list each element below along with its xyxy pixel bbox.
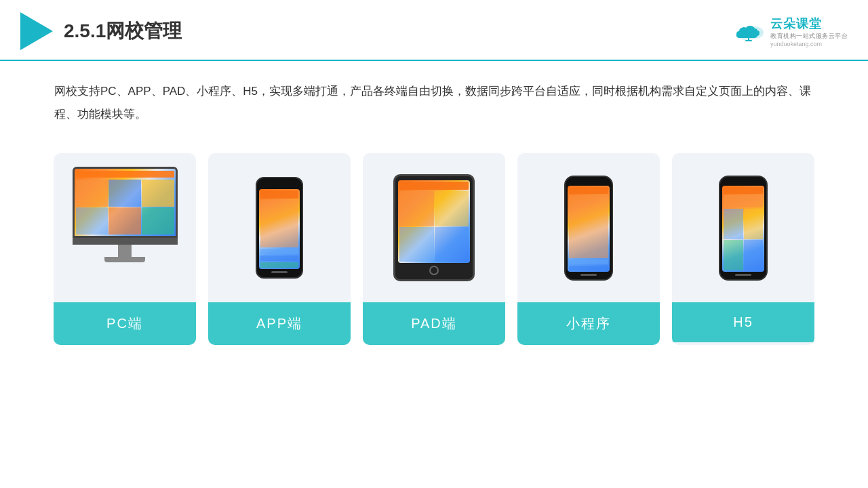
card-h5[interactable]: H5 [672,153,814,345]
cloud-icon [734,19,766,43]
description-text: 网校支持PC、APP、PAD、小程序、H5，实现多端打通，产品各终端自由切换，数… [0,61,868,133]
brand-text: 云朵课堂 教育机构一站式服务云平台 yunduoketang.com [770,16,848,47]
card-pc[interactable]: PC端 [54,153,196,345]
brand-sub: 教育机构一站式服务云平台 [770,32,848,41]
header-left: 2.5.1网校管理 [20,12,182,50]
card-pc-image [54,153,196,302]
card-pc-label: PC端 [54,302,196,345]
card-miniprogram[interactable]: 小程序 [517,153,660,345]
header-right: 云朵课堂 教育机构一站式服务云平台 yunduoketang.com [734,16,848,47]
card-app-image [208,153,351,302]
brand-url: yunduoketang.com [770,41,822,47]
page-title: 2.5.1网校管理 [64,18,182,44]
card-pad-image [363,153,505,302]
header: 2.5.1网校管理 云朵课堂 教育机构一站式服务云平台 yunduoketang… [0,0,868,61]
phone-miniprogram-icon [564,176,613,281]
brand-logo: 云朵课堂 教育机构一站式服务云平台 yunduoketang.com [734,16,848,47]
logo-triangle-icon [20,12,53,50]
tablet-pad-icon [393,174,475,281]
phone-app-icon [256,177,303,279]
cards-container: PC端 APP端 [0,133,868,365]
card-app-label: APP端 [208,302,351,345]
card-miniprogram-label: 小程序 [517,302,660,345]
phone-h5-icon [719,176,768,281]
card-pad-label: PAD端 [363,302,505,345]
card-h5-label: H5 [672,302,814,342]
brand-name: 云朵课堂 [770,16,822,32]
card-app[interactable]: APP端 [208,153,351,345]
pc-monitor-icon [71,167,179,289]
card-miniprogram-image [517,153,660,302]
card-h5-image [672,153,814,302]
card-pad[interactable]: PAD端 [363,153,505,345]
